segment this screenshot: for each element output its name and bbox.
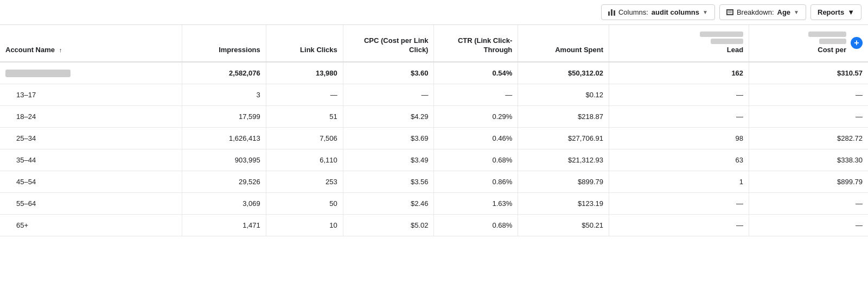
col-label-account-name: Account Name (5, 46, 55, 54)
cell-account_name-6: 65+ (0, 215, 182, 236)
columns-button[interactable]: Columns: audit columns ▼ (601, 4, 715, 20)
cell-cpc-2: $3.69 (343, 128, 434, 149)
cell-cpc-4: $3.56 (343, 171, 434, 193)
reports-button[interactable]: Reports ▼ (810, 4, 861, 20)
data-table-container: Account Name ↑ Impressions Link Clicks C… (0, 25, 868, 236)
cell-impressions-5: 3,069 (182, 193, 266, 215)
cell-link_clicks-6: 10 (266, 215, 343, 236)
cell-ctr-2: 0.46% (434, 128, 518, 149)
reports-chevron-icon: ▼ (847, 8, 854, 16)
breakdown-chevron-icon: ▼ (794, 9, 799, 15)
cell-cost_per-1: — (749, 106, 868, 128)
cell-account_name-4: 45–54 (0, 171, 182, 193)
breakdown-value: Age (777, 8, 791, 16)
col-label-ctr: CTR (Link Click-Through (458, 36, 512, 54)
cell-cost_per-3: $338.30 (749, 149, 868, 171)
cell-amount_spent-5: $123.19 (518, 193, 609, 215)
reports-label: Reports (818, 8, 844, 16)
cell-amount_spent-2: $27,706.91 (518, 128, 609, 149)
columns-icon (608, 9, 615, 16)
col-header-lead[interactable]: Lead (609, 25, 749, 62)
columns-chevron-icon: ▼ (703, 9, 708, 15)
cost-per-blur-bar-2 (819, 39, 846, 44)
table-row: 55–643,06950$2.461.63%$123.19—— (0, 193, 868, 215)
col-label-amount-spent: Amount Spent (555, 46, 603, 54)
cell-lead-5: — (609, 193, 749, 215)
cell-link_clicks-3: 6,110 (266, 149, 343, 171)
cell-amount_spent-1: $218.87 (518, 106, 609, 128)
cost-per-header-blurred: Cost per + (755, 32, 863, 55)
cell-impressions-2: 1,626,413 (182, 128, 266, 149)
cell-lead-2: 98 (609, 128, 749, 149)
cell-link_clicks-2: 7,506 (266, 128, 343, 149)
table-row: 18–2417,59951$4.290.29%$218.87—— (0, 106, 868, 128)
cell-cpc-5: $2.46 (343, 193, 434, 215)
lead-header-blurred: Lead (615, 32, 743, 55)
cell-amount_spent-0: $0.12 (518, 84, 609, 106)
cell-cpc-1: $4.29 (343, 106, 434, 128)
cell-lead-1: — (609, 106, 749, 128)
summary-account-name (0, 62, 182, 84)
col-header-link-clicks[interactable]: Link Clicks (266, 25, 343, 62)
col-header-ctr[interactable]: CTR (Link Click-Through (434, 25, 518, 62)
cell-impressions-6: 1,471 (182, 215, 266, 236)
summary-amount-spent: $50,312.02 (518, 62, 609, 84)
summary-link-clicks: 13,980 (266, 62, 343, 84)
cell-amount_spent-4: $899.79 (518, 171, 609, 193)
cell-link_clicks-4: 253 (266, 171, 343, 193)
table-row: 35–44903,9956,110$3.490.68%$21,312.9363$… (0, 149, 868, 171)
table-row: 13–173———$0.12—— (0, 84, 868, 106)
breakdown-icon (726, 9, 733, 15)
col-label-cost-per: Cost per (818, 46, 846, 55)
cell-cpc-3: $3.49 (343, 149, 434, 171)
cell-link_clicks-0: — (266, 84, 343, 106)
cell-cost_per-4: $899.79 (749, 171, 868, 193)
cell-cost_per-2: $282.72 (749, 128, 868, 149)
cell-link_clicks-1: 51 (266, 106, 343, 128)
breakdown-button[interactable]: Breakdown: Age ▼ (719, 4, 806, 20)
cell-ctr-0: — (434, 84, 518, 106)
cell-amount_spent-6: $50.21 (518, 215, 609, 236)
table-summary-row: 2,582,076 13,980 $3.60 0.54% $50,312.02 … (0, 62, 868, 84)
col-label-cpc: CPC (Cost per Link Click) (364, 36, 428, 54)
summary-ctr: 0.54% (434, 62, 518, 84)
columns-value: audit columns (652, 8, 699, 16)
sort-asc-icon: ↑ (59, 46, 62, 54)
cell-ctr-6: 0.68% (434, 215, 518, 236)
add-column-button[interactable]: + (851, 37, 863, 49)
cell-link_clicks-5: 50 (266, 193, 343, 215)
table-row: 65+1,47110$5.020.68%$50.21—— (0, 215, 868, 236)
cell-ctr-5: 1.63% (434, 193, 518, 215)
col-header-account-name[interactable]: Account Name ↑ (0, 25, 182, 62)
cell-cpc-6: $5.02 (343, 215, 434, 236)
col-header-cpc[interactable]: CPC (Cost per Link Click) (343, 25, 434, 62)
cell-account_name-1: 18–24 (0, 106, 182, 128)
cell-impressions-3: 903,995 (182, 149, 266, 171)
cell-lead-6: — (609, 215, 749, 236)
table-row: 45–5429,526253$3.560.86%$899.791$899.79 (0, 171, 868, 193)
col-header-amount-spent[interactable]: Amount Spent (518, 25, 609, 62)
col-label-link-clicks: Link Clicks (300, 46, 337, 54)
cell-impressions-0: 3 (182, 84, 266, 106)
cell-cpc-0: — (343, 84, 434, 106)
table-header-row: Account Name ↑ Impressions Link Clicks C… (0, 25, 868, 62)
cell-cost_per-0: — (749, 84, 868, 106)
cell-cost_per-6: — (749, 215, 868, 236)
cell-account_name-2: 25–34 (0, 128, 182, 149)
breakdown-label: Breakdown: (737, 8, 774, 16)
lead-blur-bar-2 (711, 39, 743, 44)
col-label-lead: Lead (727, 46, 743, 55)
data-table: Account Name ↑ Impressions Link Clicks C… (0, 25, 868, 236)
col-label-impressions: Impressions (219, 46, 260, 54)
cost-per-blur-bar-1 (808, 32, 846, 37)
table-row: 25–341,626,4137,506$3.690.46%$27,706.919… (0, 128, 868, 149)
cell-account_name-3: 35–44 (0, 149, 182, 171)
toolbar: Columns: audit columns ▼ Breakdown: Age … (0, 0, 868, 25)
summary-impressions: 2,582,076 (182, 62, 266, 84)
col-header-cost-per[interactable]: Cost per + (749, 25, 868, 62)
cell-impressions-4: 29,526 (182, 171, 266, 193)
summary-account-blurred (5, 70, 71, 77)
summary-lead: 162 (609, 62, 749, 84)
col-header-impressions[interactable]: Impressions (182, 25, 266, 62)
cell-ctr-3: 0.68% (434, 149, 518, 171)
